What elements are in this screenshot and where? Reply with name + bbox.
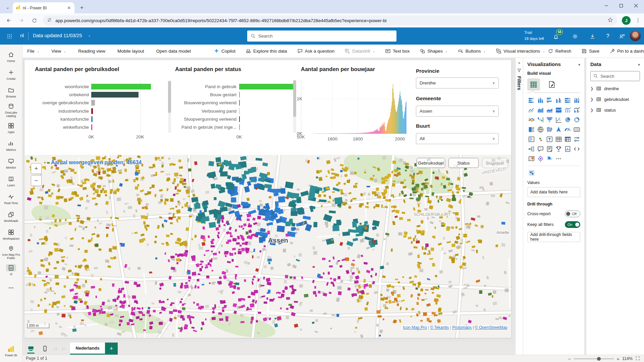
sidebar-item-workspaces[interactable]: Workspaces [0, 226, 22, 243]
stacked-bar-chart-icon[interactable] [527, 96, 536, 105]
workspace-label[interactable]: nl [20, 33, 24, 38]
bar-sloopvergunning-verleend[interactable] [239, 116, 240, 122]
chart-scrollbar[interactable] [293, 80, 296, 133]
sidebar-item-browse[interactable]: Browse [0, 83, 22, 101]
site-settings-icon[interactable] [47, 17, 52, 24]
new-tab-button[interactable]: + [78, 4, 86, 12]
gauge-icon[interactable] [564, 125, 572, 134]
line-chart-icon[interactable] [527, 106, 536, 114]
browser-profile-avatar[interactable]: J [622, 16, 631, 25]
ribbon-copilot-button[interactable]: Copilot [212, 48, 237, 54]
ribbon-ask-a-question-button[interactable]: Ask a question [296, 48, 336, 54]
area-chart-icon[interactable] [536, 106, 545, 114]
reload-icon[interactable] [30, 16, 38, 24]
zoom-in-icon[interactable]: + [616, 356, 620, 362]
clustered-column-chart-icon[interactable] [554, 96, 563, 105]
data-updated-label[interactable]: Data updated 11/03/25 [33, 33, 82, 38]
zoom-slider[interactable] [574, 358, 614, 359]
ribbon-visual-interactions-button[interactable]: Visual interactions⌄ [494, 48, 546, 54]
kpi-icon[interactable] [536, 135, 545, 143]
100-stacked-area-chart-icon[interactable] [554, 106, 563, 114]
expand-chevron-icon[interactable]: ❯ [590, 108, 593, 112]
build-visual-mode-button[interactable] [527, 78, 540, 90]
script-visual-icon[interactable] [573, 145, 581, 153]
cross-report-toggle[interactable]: Off [565, 210, 580, 217]
account-avatar[interactable] [630, 31, 641, 41]
zoom-out-icon[interactable]: − [568, 356, 571, 362]
icon-map-pro-custom-icon[interactable] [527, 169, 536, 177]
data-table-drenthe[interactable]: ❯drenthe [590, 86, 640, 91]
ribbon-chart-icon[interactable] [527, 116, 536, 124]
collapse-data-pane-icon[interactable]: » [638, 62, 640, 66]
data-search-input[interactable]: Search [590, 71, 640, 81]
stacked-column-chart-icon[interactable] [536, 96, 545, 105]
data-table-gebruiksdoel[interactable]: ❯gebruiksdoel [590, 97, 640, 102]
page-tab-nederlands[interactable]: Nederlands [70, 343, 105, 355]
slicer-dropdown-provincie[interactable]: Drenthe∨ [416, 77, 499, 88]
waffle-menu-icon[interactable] [5, 32, 14, 41]
map-icon[interactable] [536, 125, 545, 134]
tab-close-icon[interactable]: ✕ [66, 5, 72, 10]
ribbon-shapes-button[interactable]: Shapes⌄ [418, 48, 449, 54]
ribbon-reading-view-button[interactable]: Reading view [77, 49, 107, 54]
global-search-input[interactable]: Search [247, 31, 396, 42]
bar-pand-in-gebruik-niet-inge-[interactable] [239, 124, 240, 130]
bouwjaar-histogram[interactable] [304, 60, 411, 140]
map-layer-button-status[interactable]: Status [448, 158, 479, 168]
slicer-icon[interactable] [545, 135, 554, 143]
more-visuals-icon[interactable] [554, 155, 563, 163]
map-layer-button-bouwjaar[interactable]: Bouwjaar [482, 158, 508, 168]
bar-kantoorfunctie[interactable] [91, 116, 93, 122]
next-page-icon[interactable]: ▷ [59, 343, 68, 355]
add-page-button[interactable]: + [105, 343, 118, 355]
stacked-area-chart-icon[interactable] [545, 106, 554, 114]
clustered-bar-chart-icon[interactable] [545, 96, 554, 105]
chart-scrollbar[interactable] [168, 81, 171, 133]
bar-bouw-gestart[interactable] [239, 92, 240, 98]
back-icon[interactable] [5, 16, 13, 24]
ribbon-pin-to-a-dashboard-button[interactable]: Pin to a dashboard [608, 48, 644, 54]
waterfall-chart-icon[interactable] [536, 116, 545, 124]
map-layer-button-gebruiksdoel[interactable]: Gebruiksdoel [417, 158, 445, 168]
ribbon-view-button[interactable]: View⌄ [50, 49, 67, 54]
ribbon-explore-this-data-button[interactable]: Explore this data [244, 48, 288, 54]
collapse-visualizations-icon[interactable]: » [578, 62, 580, 66]
q-and-a-icon[interactable]: ? [536, 145, 545, 153]
address-bar[interactable]: app.powerbi.com/groups/0df86bfa-4d1d-472… [43, 15, 617, 25]
treemap-icon[interactable] [527, 125, 536, 134]
bar-verbouwing-pand[interactable] [239, 108, 240, 114]
bar-overige-gebruiksfunctie[interactable] [91, 100, 95, 106]
ribbon-file-button[interactable]: File⌄ [26, 49, 41, 54]
settings-gear-icon[interactable] [570, 32, 580, 41]
map-zoom-out-button[interactable]: − [31, 175, 42, 186]
bar-onbekend[interactable] [91, 92, 139, 98]
ribbon-save-button[interactable]: Save [580, 48, 601, 54]
sidebar-item-onelake-catalog[interactable]: OneLake catalog [0, 101, 22, 119]
add-drill-through-fields-well[interactable]: Add drill-through fields here [527, 232, 580, 242]
sidebar-item-metrics[interactable]: Metrics [0, 137, 22, 155]
deneb-icon[interactable] [536, 155, 545, 163]
browser-tab[interactable]: nl - Power BI ✕ [13, 2, 74, 13]
feedback-icon[interactable] [617, 32, 627, 41]
ribbon-mobile-layout-button[interactable]: Mobile layout [116, 49, 146, 54]
matrix-icon[interactable] [564, 135, 572, 143]
keep-all-filters-toggle[interactable]: On [565, 221, 580, 228]
smart-narrative-icon[interactable] [545, 145, 554, 153]
help-icon[interactable]: ? [603, 32, 612, 41]
add-data-fields-well[interactable]: Add data fields here [527, 187, 580, 197]
100-stacked-bar-chart-icon[interactable] [564, 96, 572, 105]
sidebar-item-more[interactable] [0, 279, 22, 297]
window-minimize-button[interactable] [599, 0, 614, 11]
card-icon[interactable]: 123 [573, 125, 581, 134]
icon-map-visual[interactable] [24, 155, 511, 338]
ribbon-open-data-model-button[interactable]: Open data model [155, 49, 192, 54]
filled-map-icon[interactable] [545, 125, 554, 134]
data-table-status[interactable]: ❯status [590, 107, 640, 113]
previous-page-icon[interactable]: ◁ [51, 343, 59, 355]
sidebar-item-workloads[interactable]: Workloads [0, 208, 22, 226]
bar-industriefunctie[interactable] [91, 108, 93, 114]
scatter-chart-icon[interactable] [554, 116, 563, 124]
sidebar-item-power-bi[interactable]: Power BI [0, 342, 22, 360]
sidebar-item-apps[interactable]: Apps [0, 119, 22, 137]
bar-bouwvergunning-verleend[interactable] [239, 100, 240, 106]
